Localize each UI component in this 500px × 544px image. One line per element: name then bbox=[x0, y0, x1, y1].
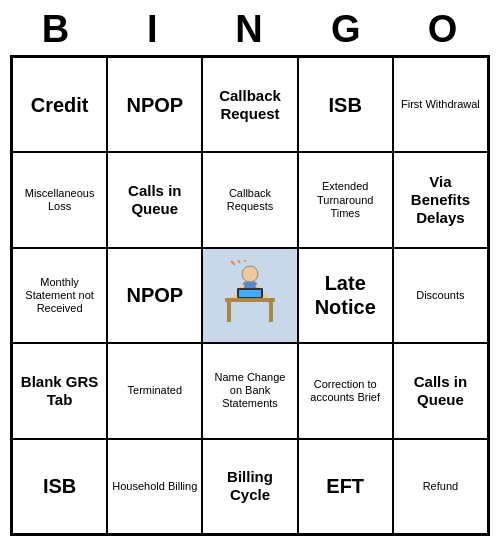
cell-text: Callback Requests bbox=[207, 157, 292, 242]
bingo-cell[interactable]: Refund bbox=[393, 439, 488, 534]
bingo-cell[interactable]: Callback Request bbox=[202, 57, 297, 152]
bingo-cell[interactable]: Discounts bbox=[393, 248, 488, 343]
bingo-cell[interactable]: Terminated bbox=[107, 343, 202, 438]
cell-text: NPOP bbox=[112, 62, 197, 147]
cell-text: Calls in Queue bbox=[112, 157, 197, 242]
bingo-cell[interactable]: Billing Cycle bbox=[202, 439, 297, 534]
cell-text: Late Notice bbox=[303, 253, 388, 338]
cell-text: Terminated bbox=[112, 348, 197, 433]
cell-text: EFT bbox=[303, 444, 388, 529]
cell-text: Extended Turnaround Times bbox=[303, 157, 388, 242]
cell-text: Miscellaneous Loss bbox=[17, 157, 102, 242]
free-space-icon bbox=[215, 260, 285, 330]
cell-text: Household Billing bbox=[112, 444, 197, 529]
cell-text: Callback Request bbox=[207, 62, 292, 147]
cell-text: Blank GRS Tab bbox=[17, 348, 102, 433]
svg-line-9 bbox=[231, 261, 235, 265]
bingo-cell[interactable] bbox=[202, 248, 297, 343]
cell-text: ISB bbox=[303, 62, 388, 147]
cell-text: Via Benefits Delays bbox=[398, 157, 483, 242]
bingo-cell[interactable]: Credit bbox=[12, 57, 107, 152]
cell-text: ISB bbox=[17, 444, 102, 529]
cell-text: Billing Cycle bbox=[207, 444, 292, 529]
cell-text: Credit bbox=[17, 62, 102, 147]
bingo-cell[interactable]: EFT bbox=[298, 439, 393, 534]
bingo-cell[interactable]: Callback Requests bbox=[202, 152, 297, 247]
cell-text: Calls in Queue bbox=[398, 348, 483, 433]
bingo-cell[interactable]: Calls in Queue bbox=[393, 343, 488, 438]
svg-rect-6 bbox=[269, 302, 273, 322]
title-letter: B bbox=[11, 8, 101, 51]
bingo-grid: CreditNPOPCallback RequestISBFirst Withd… bbox=[10, 55, 490, 536]
bingo-cell[interactable]: Household Billing bbox=[107, 439, 202, 534]
bingo-cell[interactable]: Via Benefits Delays bbox=[393, 152, 488, 247]
cell-text: Discounts bbox=[398, 253, 483, 338]
bingo-cell[interactable]: Correction to accounts Brief bbox=[298, 343, 393, 438]
bingo-cell[interactable]: NPOP bbox=[107, 248, 202, 343]
bingo-cell[interactable]: Blank GRS Tab bbox=[12, 343, 107, 438]
bingo-cell[interactable]: Monthly Statement not Received bbox=[12, 248, 107, 343]
bingo-cell[interactable]: Late Notice bbox=[298, 248, 393, 343]
title-letter: I bbox=[108, 8, 198, 51]
cell-text: First Withdrawal bbox=[398, 62, 483, 147]
bingo-cell[interactable]: First Withdrawal bbox=[393, 57, 488, 152]
bingo-cell[interactable]: Calls in Queue bbox=[107, 152, 202, 247]
bingo-cell[interactable]: NPOP bbox=[107, 57, 202, 152]
bingo-cell[interactable]: Extended Turnaround Times bbox=[298, 152, 393, 247]
cell-text: Refund bbox=[398, 444, 483, 529]
bingo-cell[interactable]: Name Change on Bank Statements bbox=[202, 343, 297, 438]
svg-rect-4 bbox=[225, 298, 275, 302]
cell-text: Monthly Statement not Received bbox=[17, 253, 102, 338]
cell-text: Name Change on Bank Statements bbox=[207, 348, 292, 433]
title-letter: O bbox=[399, 8, 489, 51]
svg-rect-8 bbox=[239, 290, 261, 297]
bingo-title: BINGO bbox=[8, 8, 492, 51]
cell-text: NPOP bbox=[112, 253, 197, 338]
cell-text: Correction to accounts Brief bbox=[303, 348, 388, 433]
title-letter: N bbox=[205, 8, 295, 51]
svg-rect-5 bbox=[227, 302, 231, 322]
bingo-cell[interactable]: ISB bbox=[298, 57, 393, 152]
title-letter: G bbox=[302, 8, 392, 51]
bingo-cell[interactable]: ISB bbox=[12, 439, 107, 534]
svg-point-0 bbox=[242, 266, 258, 282]
svg-line-10 bbox=[238, 260, 240, 263]
bingo-cell[interactable]: Miscellaneous Loss bbox=[12, 152, 107, 247]
free-space-content bbox=[207, 253, 292, 338]
